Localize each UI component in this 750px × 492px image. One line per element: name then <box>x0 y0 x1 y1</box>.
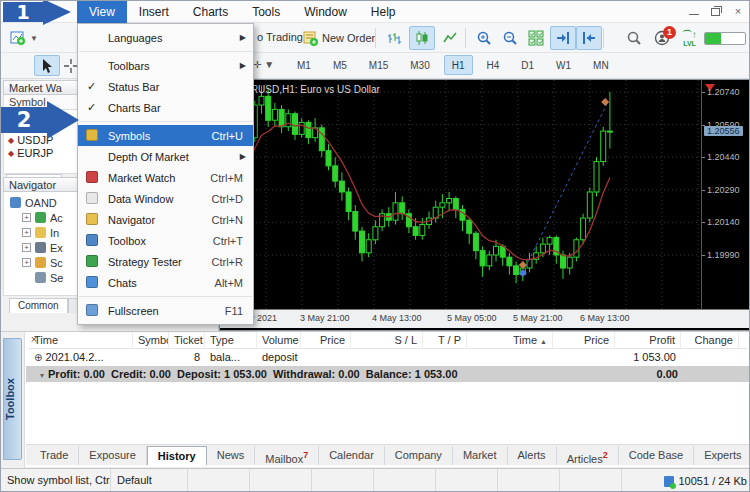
profile-cell[interactable]: Default <box>111 469 188 492</box>
line-chart-button[interactable] <box>437 26 463 50</box>
zoom-out-button[interactable] <box>497 26 523 50</box>
restore-icon[interactable] <box>709 4 723 18</box>
tab-common[interactable]: Common <box>9 298 68 313</box>
community-button[interactable]: 1 <box>649 26 675 50</box>
menu-tools[interactable]: Tools <box>240 1 292 23</box>
toolbox-tab-company[interactable]: Company <box>385 446 453 465</box>
menu-item-label: Status Bar <box>108 81 159 93</box>
time-scale[interactable]: 3 May 20213 May 21:004 May 13:005 May 05… <box>220 309 750 328</box>
chart-shift-button[interactable] <box>576 26 602 50</box>
auto-scroll-button[interactable] <box>550 26 576 50</box>
column-header-ticket[interactable]: Ticket <box>169 332 205 349</box>
account-label: OAND <box>25 197 57 209</box>
menu-item-languages[interactable]: Languages▶ <box>78 27 253 48</box>
timeframe-w1[interactable]: W1 <box>548 55 579 75</box>
candlestick-chart-button[interactable] <box>409 26 435 50</box>
menu-item-depth-of-market[interactable]: Depth Of Market▶ <box>78 146 253 167</box>
indicators-dropdown-icon[interactable]: ✛ ▼ <box>253 59 274 70</box>
tile-windows-button[interactable] <box>523 26 549 50</box>
timeframe-d1[interactable]: D1 <box>513 55 542 75</box>
column-header-time[interactable]: Time <box>29 332 133 349</box>
column-header-price[interactable]: Price <box>301 332 351 349</box>
timeframe-mn[interactable]: MN <box>585 55 617 75</box>
minimize-icon[interactable] <box>687 4 701 18</box>
timeframe-h1[interactable]: H1 <box>444 55 473 75</box>
toolbox-tab-market[interactable]: Market <box>453 446 508 465</box>
toolbox-tab-articles[interactable]: Articles2 <box>557 446 619 465</box>
candle-body <box>373 227 378 240</box>
new-order-icon <box>302 30 318 46</box>
timeframe-m30[interactable]: M30 <box>402 55 437 75</box>
menu-view[interactable]: View <box>77 1 127 23</box>
expand-icon[interactable]: + <box>22 228 31 237</box>
column-header-volume[interactable]: Volume <box>257 332 301 349</box>
menu-item-navigator[interactable]: NavigatorCtrl+N <box>78 209 253 230</box>
menu-item-shortcut: Ctrl+D <box>212 193 243 205</box>
column-header-profit[interactable]: Profit <box>615 332 681 349</box>
cursor-button[interactable] <box>34 55 60 76</box>
candle-body <box>507 257 512 266</box>
column-header-price[interactable]: Price <box>553 332 615 349</box>
toolbox-vertical-tab[interactable]: Toolbox <box>3 338 22 460</box>
menu-item-chats[interactable]: ChatsAlt+M <box>78 272 253 293</box>
menu-item-toolbox[interactable]: ToolboxCtrl+T <box>78 230 253 251</box>
toolbox-tab-code-base[interactable]: Code Base <box>619 446 694 465</box>
collapse-icon[interactable]: ▾ <box>40 371 44 380</box>
summary-text: Profit: 0.00 Credit: 0.00 Deposit: 1 053… <box>48 368 458 380</box>
column-header-sl[interactable]: S / L <box>351 332 423 349</box>
expand-circle-icon[interactable]: ⊕ <box>34 352 42 363</box>
toolbox-tab-mailbox[interactable]: Mailbox7 <box>255 446 319 465</box>
menu-item-toolbars[interactable]: Toolbars▶ <box>78 55 253 76</box>
price-scale[interactable]: 1.207401.205901.204401.202901.201401.199… <box>701 80 750 309</box>
price-label: 1.20740 <box>707 87 740 97</box>
menu-item-symbols[interactable]: SymbolsCtrl+U <box>78 125 253 146</box>
candle-body <box>567 257 572 268</box>
toolbox-tab-history[interactable]: History <box>147 446 207 465</box>
candle-body <box>339 181 344 192</box>
timeframe-m1[interactable]: M1 <box>289 55 319 75</box>
menu-help[interactable]: Help <box>359 1 408 23</box>
toolbox-tab-experts[interactable]: Experts <box>694 446 750 465</box>
menu-window[interactable]: Window <box>292 1 359 23</box>
history-table-row[interactable]: ⊕2021.04.2...8bala...deposit1 053.00 <box>29 349 747 365</box>
toolbox-tab-exposure[interactable]: Exposure <box>79 446 146 465</box>
column-header-type[interactable]: Type <box>205 332 257 349</box>
timeframe-m5[interactable]: M5 <box>325 55 355 75</box>
expand-icon[interactable]: + <box>22 258 31 267</box>
menu-item-charts-bar[interactable]: ✓Charts Bar <box>78 97 253 118</box>
close-icon[interactable]: × <box>731 4 745 18</box>
toolbox-tab-trade[interactable]: Trade <box>30 446 79 465</box>
menu-item-strategy-tester[interactable]: Strategy TesterCtrl+R <box>78 251 253 272</box>
column-header-symbol[interactable]: Symbol <box>133 332 169 349</box>
algo-trading-button[interactable]: o Trading <box>257 31 303 43</box>
chart-plot[interactable] <box>220 80 700 309</box>
new-chart-button[interactable]: ▼ <box>5 26 43 50</box>
search-button[interactable] <box>621 26 647 50</box>
new-order-button[interactable]: New Order <box>297 26 380 50</box>
chart-window[interactable]: EURUSD,H1: Euro vs US Dollar 1.207401.20… <box>219 79 750 331</box>
expand-icon[interactable]: + <box>22 213 31 222</box>
menu-item-data-window[interactable]: Data WindowCtrl+D <box>78 188 253 209</box>
menu-charts[interactable]: Charts <box>181 1 240 23</box>
timeframe-h4[interactable]: H4 <box>479 55 508 75</box>
column-header-tp[interactable]: T / P <box>423 332 467 349</box>
column-header-change[interactable]: Change <box>681 332 739 349</box>
toolbox-tab-calendar[interactable]: Calendar <box>319 446 385 465</box>
menu-item-market-watch[interactable]: Market WatchCtrl+M <box>78 167 253 188</box>
timeframe-m15[interactable]: M15 <box>361 55 396 75</box>
view-menu-dropdown: Languages▶Toolbars▶✓Status Bar✓Charts Ba… <box>77 23 254 325</box>
menu-item-status-bar[interactable]: ✓Status Bar <box>78 76 253 97</box>
expand-icon[interactable]: + <box>22 243 31 252</box>
menu-item-fullscreen[interactable]: FullscreenF11 <box>78 300 253 321</box>
toolbox-tab-alerts[interactable]: Alerts <box>508 446 557 465</box>
column-header-time[interactable]: Time▲ <box>467 332 553 349</box>
bar-chart-button[interactable] <box>381 26 407 50</box>
candle-body <box>360 231 365 253</box>
history-summary-row: ▾Profit: 0.00 Credit: 0.00 Deposit: 1 05… <box>26 366 750 382</box>
lvl-button[interactable]: ⌒↑LVL <box>677 26 702 50</box>
zoom-in-button[interactable] <box>471 26 497 50</box>
annotation-arrow-1: 1 <box>1 1 73 27</box>
menu-insert[interactable]: Insert <box>127 1 181 23</box>
toolbox-tab-news[interactable]: News <box>207 446 256 465</box>
lvl-icon: ⌒↑LVL <box>682 30 697 47</box>
